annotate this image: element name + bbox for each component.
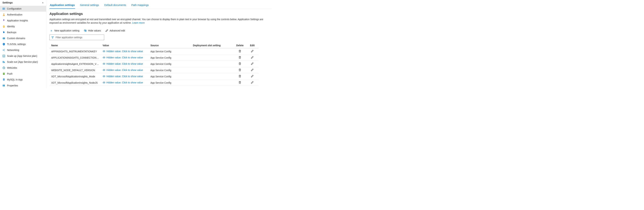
sidebar-item-backups[interactable]: Backups (0, 29, 46, 35)
delete-button[interactable] (238, 56, 241, 59)
sidebar-item-configuration[interactable]: Configuration (0, 6, 46, 12)
sidebar-icon (2, 31, 5, 34)
show-value-button[interactable]: Hidden value. Click to show value (102, 62, 143, 65)
show-value-button[interactable]: Hidden value. Click to show value (102, 75, 143, 78)
toolbar: ＋ New application setting Hide values Ad… (50, 28, 272, 33)
sidebar-item-scale-out-app-service-plan-[interactable]: Scale out (App Service plan) (0, 59, 46, 65)
svg-rect-24 (4, 85, 5, 86)
svg-marker-27 (52, 36, 54, 38)
advanced-edit-button[interactable]: Advanced edit (105, 28, 126, 33)
hidden-value-label: Hidden value. Click to show value (106, 56, 143, 59)
pencil-icon (106, 29, 108, 32)
col-delete: Delete (234, 43, 246, 48)
setting-source: App Service Config (148, 80, 191, 86)
table-row: XDT_MicrosoftApplicationInsights_ModeHid… (50, 73, 258, 80)
caret-up-icon[interactable]: ▲ (42, 1, 44, 3)
table-row: APPLICATIONINSIGHTS_CONNECTION_STRINGHid… (50, 55, 258, 61)
sidebar-header-label: Settings (2, 1, 13, 4)
col-source[interactable]: Source (148, 43, 191, 48)
eye-off-icon (84, 29, 87, 32)
svg-point-8 (4, 44, 4, 44)
show-value-button[interactable]: Hidden value. Click to show value (102, 50, 143, 53)
sidebar-item-label: Scale up (App Service plan) (7, 55, 37, 57)
edit-button[interactable] (251, 50, 254, 52)
learn-more-link[interactable]: Learn more (132, 21, 145, 24)
edit-button[interactable] (251, 69, 254, 71)
sidebar-item-authentication[interactable]: Authentication (0, 12, 46, 17)
delete-button[interactable] (238, 75, 241, 78)
sidebar-item-label: Identity (7, 25, 15, 28)
setting-slot (191, 55, 234, 61)
show-value-button[interactable]: Hidden value. Click to show value (102, 81, 143, 84)
hide-values-button[interactable]: Hide values (84, 28, 101, 33)
sidebar-item-label: Custom domains (7, 37, 25, 40)
hidden-value-label: Hidden value. Click to show value (106, 50, 143, 53)
sidebar-item-tls-ssl-settings[interactable]: TLS/SSL settings (0, 41, 46, 47)
setting-name[interactable]: ApplicationInsightsAgent_EXTENSION_VERSI… (50, 61, 101, 67)
sidebar-item-custom-domains[interactable]: Custom domains (0, 35, 46, 41)
edit-button[interactable] (251, 56, 254, 59)
show-value-button[interactable]: Hidden value. Click to show value (102, 69, 143, 71)
sidebar-item-networking[interactable]: Networking (0, 47, 46, 53)
setting-slot (191, 73, 234, 80)
delete-button[interactable] (238, 50, 241, 52)
svg-rect-22 (3, 85, 3, 86)
svg-rect-6 (3, 38, 4, 38)
sidebar-item-identity[interactable]: Identity (0, 23, 46, 29)
sidebar-icon (2, 66, 5, 69)
col-slot[interactable]: Deployment slot setting (191, 43, 234, 48)
filter-input[interactable] (55, 36, 102, 39)
sidebar-item-label: Authentication (7, 13, 22, 16)
setting-name[interactable]: XDT_MicrosoftApplicationInsights_Mode (50, 73, 101, 80)
sidebar-item-webjobs[interactable]: WebJobs (0, 65, 46, 71)
sidebar-item-properties[interactable]: Properties (0, 83, 46, 88)
sidebar-icon (2, 72, 5, 75)
sidebar-item-mysql-in-app[interactable]: MySQL In App (0, 77, 46, 83)
setting-name[interactable]: APPINSIGHTS_INSTRUMENTATIONKEY (50, 48, 101, 55)
table-row: WEBSITE_NODE_DEFAULT_VERSIONHidden value… (50, 67, 258, 73)
sidebar-item-label: Push (7, 72, 12, 75)
svg-point-3 (3, 13, 4, 15)
delete-button[interactable] (238, 81, 241, 84)
sidebar-header: Settings ▲ (0, 0, 46, 6)
delete-button[interactable] (238, 69, 241, 71)
tab-general-settings[interactable]: General settings (80, 2, 99, 8)
show-value-button[interactable]: Hidden value. Click to show value (102, 56, 143, 59)
sidebar-item-label: Properties (7, 84, 18, 87)
sidebar-icon (2, 19, 5, 22)
svg-rect-20 (3, 73, 4, 73)
tab-path-mappings[interactable]: Path mappings (131, 2, 149, 8)
col-name[interactable]: Name (50, 43, 101, 48)
tab-application-settings[interactable]: Application settings (50, 2, 75, 8)
sidebar-item-scale-up-app-service-plan-[interactable]: Scale up (App Service plan) (0, 53, 46, 59)
edit-button[interactable] (251, 75, 254, 78)
setting-name[interactable]: WEBSITE_NODE_DEFAULT_VERSION (50, 67, 101, 73)
col-value[interactable]: Value (101, 43, 149, 48)
edit-button[interactable] (251, 81, 254, 84)
edit-button[interactable] (251, 62, 254, 65)
svg-point-4 (4, 26, 4, 27)
main-panel: Application settingsGeneral settingsDefa… (46, 0, 272, 88)
setting-name[interactable]: APPLICATIONINSIGHTS_CONNECTION_STRING (50, 55, 101, 61)
svg-line-13 (3, 50, 4, 51)
hidden-value-label: Hidden value. Click to show value (106, 69, 143, 71)
section-title: Application settings (50, 12, 272, 16)
new-setting-button[interactable]: ＋ New application setting (50, 28, 80, 33)
sidebar-item-push[interactable]: Push (0, 71, 46, 77)
filter-box[interactable] (50, 35, 104, 40)
tab-default-documents[interactable]: Default documents (104, 2, 126, 8)
svg-rect-15 (3, 61, 3, 63)
advanced-edit-label: Advanced edit (110, 29, 125, 32)
svg-rect-17 (4, 62, 5, 63)
svg-rect-5 (3, 38, 5, 39)
sidebar-icon (2, 78, 5, 81)
desc-text: Application settings are encrypted at re… (50, 18, 263, 24)
sidebar-item-application-insights[interactable]: Application Insights (0, 17, 46, 23)
delete-button[interactable] (238, 62, 241, 65)
svg-rect-2 (4, 8, 5, 10)
setting-name[interactable]: XDT_MicrosoftApplicationInsights_NodeJS (50, 80, 101, 86)
table-row: APPINSIGHTS_INSTRUMENTATIONKEYHidden val… (50, 48, 258, 55)
plus-icon: ＋ (50, 29, 53, 32)
sidebar-item-label: WebJobs (7, 66, 17, 69)
hidden-value-label: Hidden value. Click to show value (106, 81, 143, 84)
